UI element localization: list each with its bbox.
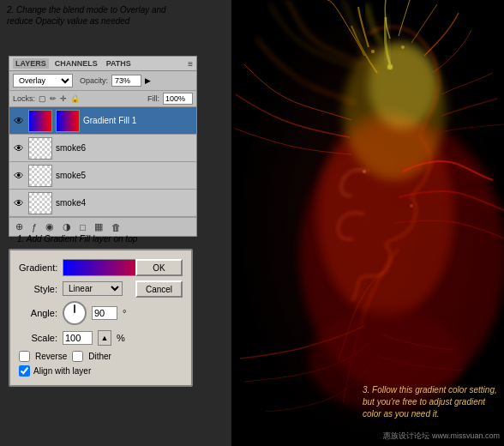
scale-input[interactable]: [63, 331, 93, 345]
layers-panel: LAYERS CHANNELS PATHS ≡ Overlay Normal M…: [9, 56, 197, 237]
align-layer-checkbox[interactable]: [19, 365, 30, 377]
layers-tabs-bar: LAYERS CHANNELS PATHS ≡: [9, 57, 196, 71]
layer-name-smoke5: smoke5: [56, 171, 193, 180]
angle-label: Angle:: [19, 308, 57, 318]
eye-icon-smoke4[interactable]: 👁: [13, 197, 25, 209]
style-select[interactable]: Linear Radial Angle: [63, 281, 123, 296]
reverse-label: Reverse: [35, 352, 67, 361]
opacity-input[interactable]: [111, 75, 141, 87]
annotation-bottom: 1. Add Gradient Fill layer on top: [17, 233, 137, 244]
layer-row-smoke6[interactable]: 👁 smoke6: [9, 135, 196, 162]
ok-button[interactable]: OK: [135, 259, 183, 276]
right-panel-artwork: 3. Follow this gradient color setting, b…: [231, 0, 504, 446]
svg-point-7: [401, 45, 405, 49]
style-label: Style:: [19, 284, 57, 294]
layer-thumb-gradient2: [56, 110, 80, 132]
dither-checkbox[interactable]: [72, 351, 83, 362]
group-button[interactable]: □: [77, 221, 88, 233]
svg-point-5: [387, 64, 393, 69]
layer-effects-button[interactable]: ƒ: [29, 221, 39, 233]
dither-label: Dither: [88, 352, 111, 361]
layer-thumb-gradient: [28, 110, 52, 132]
layer-name-gradient: Gradient Fill 1: [83, 116, 193, 125]
smoke-artwork-svg: [231, 0, 504, 446]
lock-move-icon[interactable]: ✛: [60, 94, 67, 103]
link-layers-button[interactable]: ⊕: [13, 220, 26, 233]
layer-row-gradient[interactable]: 👁 Gradient Fill 1: [9, 107, 196, 135]
checkbox-row-1: Reverse Dither: [19, 351, 183, 362]
tab-channels[interactable]: CHANNELS: [52, 58, 100, 69]
gradient-dialog: OK Cancel Gradient: ▼ Style: Linear Radi…: [9, 249, 193, 387]
gradient-label: Gradient:: [19, 262, 57, 273]
blend-mode-select[interactable]: Overlay Normal Multiply: [13, 74, 73, 87]
layer-name-smoke4: smoke4: [56, 198, 193, 208]
layer-thumb-smoke4: [28, 192, 52, 214]
lock-transparency-icon[interactable]: ▢: [39, 94, 46, 103]
adjustment-layer-button[interactable]: ◑: [60, 220, 74, 233]
svg-point-4: [369, 43, 437, 129]
annotation-top: 2. Change the blend mode to Overlay and …: [7, 4, 174, 27]
angle-dial[interactable]: [63, 301, 87, 325]
layer-mask-button[interactable]: ◉: [43, 220, 57, 233]
lock-paint-icon[interactable]: ✏: [50, 94, 57, 103]
layer-row-smoke4[interactable]: 👁 smoke4: [9, 190, 196, 217]
degree-symbol: °: [123, 308, 126, 318]
new-layer-button[interactable]: ▦: [92, 220, 105, 233]
align-layer-label: Align with layer: [33, 366, 91, 376]
fill-input[interactable]: [163, 93, 193, 105]
opacity-arrow[interactable]: ▶: [145, 76, 151, 85]
cancel-button[interactable]: Cancel: [135, 280, 183, 298]
watermark: 惠族设计论坛 www.missvuan.com: [383, 431, 500, 442]
tab-paths[interactable]: PATHS: [104, 58, 134, 69]
layer-row-smoke5[interactable]: 👁 smoke5: [9, 162, 196, 190]
align-row: Align with layer: [19, 365, 183, 377]
layer-thumb-smoke5: [28, 165, 52, 187]
scale-row: Scale: ▲ %: [19, 330, 183, 346]
angle-row: Angle: °: [19, 301, 183, 325]
layer-thumb-smoke6: [28, 137, 52, 160]
svg-point-6: [371, 50, 375, 53]
svg-point-8: [363, 170, 366, 173]
scale-label: Scale:: [19, 333, 57, 343]
angle-input[interactable]: [92, 306, 117, 320]
fill-label: Fill:: [147, 94, 159, 103]
opacity-label: Opacity:: [80, 76, 108, 85]
layer-name-smoke6: smoke6: [56, 143, 193, 153]
eye-icon-smoke5[interactable]: 👁: [13, 170, 25, 182]
locks-row: Locks: ▢ ✏ ✛ 🔒 Fill:: [9, 91, 196, 107]
percent-symbol: %: [117, 333, 125, 343]
blend-opacity-row: Overlay Normal Multiply Opacity: ▶: [9, 71, 196, 91]
delete-layer-button[interactable]: 🗑: [109, 221, 123, 233]
tab-layers[interactable]: LAYERS: [13, 58, 49, 69]
locks-label: Locks:: [13, 94, 35, 103]
eye-icon-smoke6[interactable]: 👁: [13, 142, 25, 154]
eye-icon-gradient[interactable]: 👁: [13, 115, 25, 127]
scale-increment-button[interactable]: ▲: [98, 330, 111, 346]
svg-point-9: [410, 204, 413, 208]
reverse-checkbox[interactable]: [19, 351, 30, 362]
annotation-right: 3. Follow this gradient color setting, b…: [363, 384, 500, 420]
lock-all-icon[interactable]: 🔒: [70, 94, 80, 103]
layers-menu-button[interactable]: ≡: [188, 59, 193, 69]
